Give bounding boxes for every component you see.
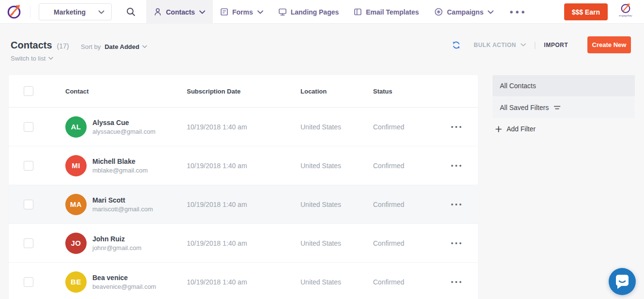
nav-tab-forms[interactable]: Forms [213, 0, 271, 24]
row-checkbox[interactable] [24, 200, 33, 209]
table-row[interactable]: JO John Ruiz johnr@gmail.com 10/19/2018 … [9, 224, 478, 263]
form-icon [221, 8, 228, 16]
monitor-icon [279, 8, 286, 16]
row-checkbox[interactable] [24, 122, 33, 132]
switch-to-list-label: Switch to list [11, 55, 45, 62]
create-new-button[interactable]: Create New [587, 36, 631, 53]
filter-item-all-contacts[interactable]: All Contacts [493, 75, 635, 96]
app-selector-dropdown[interactable]: Marketing [39, 3, 112, 20]
contact-cell: Mari Scott mariscott@gmail.com [92, 196, 153, 213]
status-cell: Confirmed [373, 201, 404, 208]
table-body: AL Alyssa Cue alyssacue@gmail.com 10/19/… [9, 108, 478, 299]
column-header-subscription-date: Subscription Date [187, 88, 240, 95]
table-row[interactable]: BE Bea venice beavenice@gmail.com 10/19/… [9, 263, 478, 299]
column-header-status: Status [373, 88, 392, 95]
app-selector-label: Marketing [54, 8, 86, 16]
subscription-date-cell: 10/19/2018 1:40 am [187, 162, 247, 170]
bulk-action-label: BULK ACTION [474, 42, 516, 48]
contact-name[interactable]: Mari Scott [92, 196, 153, 204]
chat-launcher-button[interactable] [609, 268, 636, 295]
avatar-initials: MA [70, 200, 82, 208]
chat-bubble-icon [609, 268, 636, 295]
page-title-row: Contacts (17) [11, 40, 69, 51]
nav-tab-label: Email Templates [366, 8, 419, 16]
subscription-date-cell: 10/19/2018 1:40 am [187, 123, 247, 131]
contact-name[interactable]: John Ruiz [92, 235, 141, 243]
switch-to-list-toggle[interactable]: Switch to list [11, 55, 53, 62]
more-menu-icon[interactable] [501, 0, 533, 24]
nav-tabs: Contacts Forms [146, 0, 533, 24]
nav-tab-label: Campaigns [447, 8, 483, 16]
status-cell: Confirmed [373, 278, 404, 286]
contact-cell: John Ruiz johnr@gmail.com [92, 235, 141, 252]
row-checkbox[interactable] [24, 161, 33, 171]
chevron-down-icon [48, 57, 53, 60]
subscription-date-cell: 10/19/2018 1:40 am [187, 239, 247, 247]
contacts-count: (17) [57, 42, 69, 50]
add-filter-label: Add Filter [507, 125, 536, 133]
person-icon [154, 8, 162, 16]
campaign-icon [434, 8, 443, 16]
subscription-date-cell: 10/19/2018 1:40 am [187, 278, 247, 286]
avatar: MA [65, 194, 87, 215]
brand-mini-logo[interactable]: engagebay [615, 2, 636, 17]
row-actions-icon[interactable] [450, 161, 463, 170]
contact-email: alyssacue@gmail.com [92, 128, 155, 135]
select-all-checkbox[interactable] [24, 86, 33, 96]
earn-button[interactable]: $$$ Earn [564, 3, 608, 20]
table-row[interactable]: AL Alyssa Cue alyssacue@gmail.com 10/19/… [9, 108, 478, 146]
chevron-down-icon [142, 45, 147, 48]
filter-item-all-saved-filters[interactable]: All Saved Filters [493, 97, 635, 118]
avatar-initials: JO [71, 239, 81, 247]
chevron-down-icon [521, 43, 526, 47]
brand-logo-icon[interactable] [6, 3, 22, 20]
nav-tab-label: Landing Pages [291, 8, 339, 16]
contact-name[interactable]: Alyssa Cue [92, 119, 155, 126]
chevron-down-icon [98, 10, 105, 14]
status-cell: Confirmed [373, 162, 404, 170]
nav-tab-label: Contacts [166, 8, 195, 16]
subscription-date-cell: 10/19/2018 1:40 am [187, 201, 247, 208]
column-header-location: Location [300, 88, 327, 95]
table-row[interactable]: MA Mari Scott mariscott@gmail.com 10/19/… [9, 185, 478, 224]
avatar: AL [65, 116, 87, 138]
template-icon [354, 8, 361, 16]
contact-email: johnr@gmail.com [92, 244, 141, 252]
search-icon[interactable] [126, 7, 135, 16]
row-actions-icon[interactable] [450, 200, 463, 208]
row-actions-icon[interactable] [450, 278, 463, 286]
row-checkbox[interactable] [24, 238, 33, 248]
avatar: MI [65, 155, 87, 176]
chevron-down-icon [257, 10, 263, 14]
bulk-action-dropdown[interactable]: BULK ACTION [474, 42, 526, 48]
row-actions-icon[interactable] [450, 239, 463, 247]
separator: | [534, 41, 536, 49]
sort-control: Sort by Date Added [81, 43, 147, 50]
avatar: JO [65, 233, 87, 254]
contacts-table-card: Contact Subscription Date Location Statu… [9, 75, 478, 299]
chevron-down-icon [199, 10, 205, 14]
row-checkbox[interactable] [24, 277, 33, 287]
status-cell: Confirmed [373, 239, 404, 247]
contact-name[interactable]: Michell Blake [92, 157, 148, 165]
sort-value-dropdown[interactable]: Date Added [105, 43, 147, 50]
nav-tab-email-templates[interactable]: Email Templates [346, 0, 426, 24]
avatar-initials: AL [71, 123, 81, 131]
table-row[interactable]: MI Michell Blake mblake@gmail.com 10/19/… [9, 146, 478, 185]
sort-value-label: Date Added [105, 43, 139, 50]
avatar-initials: BE [71, 278, 81, 286]
nav-tab-contacts[interactable]: Contacts [146, 0, 213, 24]
refresh-icon[interactable] [452, 41, 461, 49]
nav-tab-landing-pages[interactable]: Landing Pages [271, 0, 347, 24]
import-button[interactable]: IMPORT [544, 42, 568, 48]
location-cell: United States [300, 162, 341, 170]
avatar: BE [65, 271, 87, 293]
all-contacts-label: All Contacts [500, 82, 536, 90]
add-filter-button[interactable]: Add Filter [495, 125, 635, 133]
sort-by-label: Sort by [81, 43, 101, 50]
nav-tab-campaigns[interactable]: Campaigns [427, 0, 501, 24]
contact-name[interactable]: Bea venice [92, 274, 156, 282]
row-actions-icon[interactable] [450, 123, 463, 131]
location-cell: United States [300, 278, 341, 286]
location-cell: United States [300, 123, 341, 131]
